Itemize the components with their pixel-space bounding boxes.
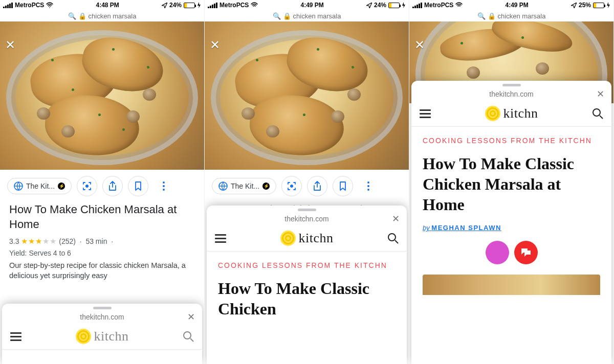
logo-swirl-icon (76, 329, 91, 344)
carrier-label: MetroPCS (15, 2, 44, 9)
sheet-domain: thekitchn.com (489, 90, 533, 98)
close-icon[interactable]: ✕ (414, 38, 425, 52)
site-logo[interactable]: kitchn (280, 231, 334, 246)
charging-icon (402, 2, 406, 8)
search-icon: 🔍 (477, 12, 486, 20)
result-hero-image[interactable]: ✕ (0, 21, 204, 170)
article-headline: How To Make Classic Chicken (218, 278, 396, 319)
clock-label: 4:49 PM (505, 2, 528, 9)
battery-pct-label: 24% (169, 2, 182, 9)
menu-icon[interactable] (420, 109, 431, 118)
drag-handle-icon[interactable] (298, 209, 316, 211)
article-body: COOKING LESSONS FROM THE KITCHN How To M… (411, 127, 611, 295)
amp-sheet[interactable]: thekitchn.com ✕ kitchn (2, 304, 202, 364)
sheet-close-icon[interactable]: ✕ (597, 88, 604, 100)
location-icon (571, 3, 577, 8)
drag-handle-icon[interactable] (502, 84, 521, 86)
article-kicker[interactable]: COOKING LESSONS FROM THE KITCHN (423, 135, 600, 146)
search-icon[interactable] (592, 108, 603, 119)
yield-line: Yield: Serves 4 to 6 (9, 249, 195, 257)
svg-point-1 (85, 185, 89, 188)
lock-icon: 🔒 (283, 12, 291, 20)
search-icon[interactable] (183, 331, 194, 342)
logo-text: kitchn (503, 106, 538, 121)
lock-icon: 🔒 (488, 12, 496, 20)
rating-count: (252) (59, 237, 76, 245)
screenshot-2: MetroPCS 4:49 PM 24% 🔍 🔒 chicken marsala… (205, 0, 409, 364)
clock-label: 4:49 PM (300, 2, 323, 9)
source-chip-label: The Kit... (26, 182, 55, 190)
site-logo[interactable]: kitchn (485, 106, 538, 121)
source-chip[interactable]: The Kit... ⚡ (212, 178, 276, 194)
close-icon[interactable]: ✕ (210, 38, 220, 52)
share-fab-1[interactable] (486, 241, 509, 264)
sheet-close-icon[interactable]: ✕ (187, 311, 195, 323)
svg-point-5 (184, 332, 191, 339)
charging-icon (197, 2, 201, 8)
sheet-close-icon[interactable]: ✕ (392, 213, 400, 224)
signal-icon (208, 2, 217, 8)
close-icon[interactable]: ✕ (5, 38, 15, 52)
svg-point-11 (367, 189, 369, 191)
source-chip[interactable]: The Kit... ⚡ (7, 178, 72, 194)
svg-line-13 (395, 240, 398, 243)
search-icon: 🔍 (273, 12, 281, 20)
amp-icon: ⚡ (58, 183, 65, 190)
bookmark-button[interactable] (128, 176, 148, 196)
lens-button[interactable] (281, 176, 302, 196)
search-icon: 🔍 (68, 12, 76, 20)
address-bar[interactable]: 🔍 🔒 chicken marsala (205, 10, 409, 21)
screenshot-3: MetroPCS 4:49 PM 25% 🔍 🔒 chicken marsala… (409, 0, 614, 364)
share-fab-comment[interactable] (514, 241, 538, 264)
battery-pct-label: 25% (579, 2, 591, 9)
svg-line-6 (190, 338, 193, 342)
site-logo[interactable]: kitchn (76, 329, 129, 344)
site-header: kitchn (411, 101, 611, 127)
clock-label: 4:48 PM (96, 2, 119, 9)
battery-icon (593, 3, 604, 8)
svg-point-3 (163, 185, 165, 187)
article-byline[interactable]: by MEGHAN SPLAWN (423, 224, 600, 232)
charging-icon (606, 2, 610, 8)
globe-icon (14, 181, 23, 191)
site-header: kitchn (207, 225, 407, 252)
result-hero-image[interactable]: ✕ (205, 21, 409, 170)
svg-line-15 (600, 116, 603, 119)
share-button[interactable] (307, 176, 327, 196)
amp-sheet[interactable]: thekitchn.com ✕ kitchn COOKING LESSONS F… (411, 81, 611, 364)
menu-icon[interactable] (10, 332, 21, 341)
logo-text: kitchn (299, 231, 334, 246)
lens-button[interactable] (77, 176, 97, 196)
search-icon[interactable] (387, 233, 399, 244)
battery-icon (388, 3, 400, 8)
address-bar[interactable]: 🔍 🔒 chicken marsala (0, 10, 204, 21)
address-bar[interactable]: 🔍 🔒 chicken marsala (409, 10, 613, 21)
rating-value: 3.3 (9, 237, 19, 245)
result-title[interactable]: How To Make Chicken Marsala at Home (9, 202, 195, 232)
share-fab-row (423, 241, 600, 264)
address-text: chicken marsala (498, 12, 546, 20)
action-row: The Kit... ⚡ (205, 170, 409, 200)
wifi-icon (251, 2, 258, 8)
lock-icon: 🔒 (78, 12, 86, 20)
amp-sheet[interactable]: thekitchn.com ✕ kitchn COOKING LESSONS F… (207, 206, 407, 364)
logo-swirl-icon (485, 106, 500, 121)
more-button[interactable] (154, 176, 174, 196)
status-bar: MetroPCS 4:49 PM 24% (205, 0, 409, 10)
more-button[interactable] (358, 176, 379, 196)
bookmark-button[interactable] (333, 176, 353, 196)
menu-icon[interactable] (215, 234, 226, 243)
result-description: Our step-by-step recipe for classic chic… (9, 260, 195, 281)
drag-handle-icon[interactable] (93, 307, 112, 309)
logo-swirl-icon (280, 231, 296, 246)
svg-point-8 (290, 185, 293, 188)
location-icon (162, 3, 167, 8)
signal-icon (412, 2, 422, 8)
cook-time: 53 min (85, 237, 107, 245)
address-text: chicken marsala (293, 12, 341, 20)
action-row: The Kit... ⚡ (0, 170, 204, 200)
article-headline: How To Make Classic Chicken Marsala at H… (423, 153, 600, 215)
svg-point-14 (593, 109, 600, 116)
article-kicker[interactable]: COOKING LESSONS FROM THE KITCHN (218, 260, 396, 271)
share-button[interactable] (102, 176, 123, 196)
